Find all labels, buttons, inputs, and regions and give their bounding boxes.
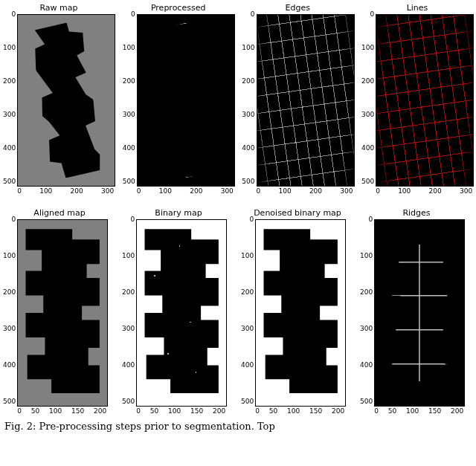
floorplan-outline <box>147 20 224 180</box>
plot-column: 0 50 100 150 200 <box>374 219 465 415</box>
plot-area <box>137 14 235 187</box>
axes: 0 100 200 300 400 500 0 100 200 300 <box>123 14 234 195</box>
panel-aligned-map: Aligned map 0 100 200 300 400 500 0 <box>3 208 116 415</box>
panel-title: Ridges <box>360 208 473 218</box>
axes: 0 100 200 300 400 500 0 100 200 300 <box>361 14 473 195</box>
floorplan-shape <box>28 20 104 180</box>
y-ticks: 0 100 200 300 400 500 <box>123 14 137 185</box>
panel-edges: Edges 0 100 200 300 400 500 0 100 <box>242 3 353 195</box>
figure-row-1: Raw map 0 100 200 300 400 500 0 100 <box>3 3 473 195</box>
panel-title: Lines <box>361 3 473 13</box>
panel-title: Raw map <box>3 3 115 13</box>
x-ticks: 0 100 200 300 <box>376 188 472 195</box>
x-ticks: 0 50 100 150 200 <box>374 408 463 415</box>
x-ticks: 0 50 100 150 200 <box>136 408 225 415</box>
axes: 0 100 200 300 400 500 0 100 200 300 <box>3 14 115 195</box>
panel-title: Preprocessed <box>123 3 234 13</box>
hough-lines-overlay <box>376 15 473 186</box>
figure-grid: Raw map 0 100 200 300 400 500 0 100 <box>0 0 476 416</box>
plot-column: 0 100 200 300 <box>257 14 355 195</box>
ridge-inner-lines <box>380 227 459 398</box>
panel-title: Denoised binary map <box>241 208 354 218</box>
y-ticks: 0 100 200 300 400 500 <box>3 14 17 185</box>
plot-column: 0 100 200 300 <box>137 14 235 195</box>
x-ticks: 0 50 100 150 200 <box>17 408 106 415</box>
axes: 0 100 200 300 400 500 0 100 200 300 <box>242 14 353 195</box>
x-ticks: 0 100 200 300 <box>137 188 234 195</box>
plot-area <box>255 219 346 407</box>
panel-title: Edges <box>242 3 353 13</box>
floorplan-shape <box>260 226 341 401</box>
panel-denoised-binary-map: Denoised binary map 0 100 200 300 400 50… <box>241 208 354 415</box>
plot-column: 0 100 200 300 <box>17 14 115 195</box>
panel-ridges: Ridges 0 100 200 300 400 500 <box>360 208 473 415</box>
axes: 0 100 200 300 400 500 0 50 100 150 <box>3 219 116 415</box>
y-ticks: 0 100 200 300 400 500 <box>360 219 374 405</box>
caption-body: Pre-processing steps prior to segmentati… <box>39 421 275 432</box>
y-ticks: 0 100 200 300 400 500 <box>3 219 17 405</box>
y-ticks: 0 100 200 300 400 500 <box>242 14 256 185</box>
edge-overlay <box>257 15 354 186</box>
caption-prefix: Fig. 2: <box>4 421 36 432</box>
x-ticks: 0 100 200 300 <box>17 188 114 195</box>
plot-area <box>376 14 474 187</box>
plot-area <box>17 219 108 407</box>
plot-area <box>257 14 355 187</box>
axes: 0 100 200 300 400 500 0 50 100 150 <box>241 219 354 415</box>
floorplan-shape <box>22 226 103 401</box>
plot-area <box>374 219 465 407</box>
x-ticks: 0 50 100 150 200 <box>255 408 344 415</box>
x-ticks: 0 100 200 300 <box>257 188 353 195</box>
plot-column: 0 50 100 150 200 <box>255 219 346 415</box>
axes: 0 100 200 300 400 500 0 50 <box>360 219 473 415</box>
y-ticks: 0 100 200 300 400 500 <box>241 219 255 405</box>
plot-area <box>136 219 227 407</box>
axes: 0 100 200 300 400 500 0 50 100 <box>122 219 235 415</box>
figure-caption: Fig. 2: Pre-processing steps prior to se… <box>0 416 476 435</box>
y-ticks: 0 100 200 300 400 500 <box>122 219 136 405</box>
panel-binary-map: Binary map 0 100 200 300 400 500 0 <box>122 208 235 415</box>
speckle-noise <box>137 220 226 406</box>
panel-title: Binary map <box>122 208 235 218</box>
panel-lines: Lines 0 100 200 300 400 500 0 100 <box>361 3 473 195</box>
plot-column: 0 100 200 300 <box>376 14 474 195</box>
panel-preprocessed: Preprocessed 0 100 200 300 400 500 0 <box>123 3 234 195</box>
plot-area <box>17 14 115 187</box>
panel-raw-map: Raw map 0 100 200 300 400 500 0 100 <box>3 3 115 195</box>
plot-column: 0 50 100 150 200 <box>17 219 108 415</box>
figure-row-2: Aligned map 0 100 200 300 400 500 0 <box>3 208 473 415</box>
ridge-outline <box>379 227 460 399</box>
y-ticks: 0 100 200 300 400 500 <box>361 14 376 185</box>
panel-title: Aligned map <box>3 208 116 218</box>
plot-column: 0 50 100 150 200 <box>136 219 227 415</box>
